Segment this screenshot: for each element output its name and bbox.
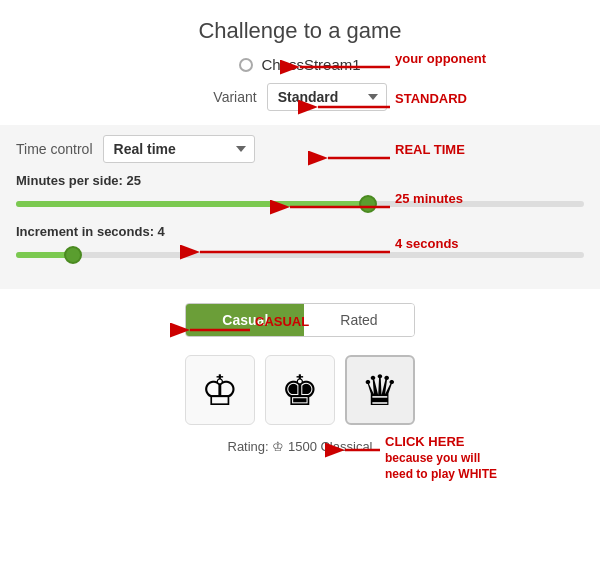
minutes-track <box>16 201 584 207</box>
variant-select[interactable]: Standard Chess960 Crazyhouse <box>267 83 387 111</box>
mode-toggle-group: Casual Rated <box>185 303 414 337</box>
increment-thumb[interactable] <box>64 246 82 264</box>
color-white-button[interactable]: ♔ <box>185 355 255 425</box>
time-control-section: Time control Real time Correspondence Un… <box>0 125 600 289</box>
random-king-icon: ♛ <box>361 366 399 415</box>
time-control-row: Time control Real time Correspondence Un… <box>16 135 584 163</box>
opponent-row: ChessStream1 <box>0 56 600 73</box>
variant-row: Variant Standard Chess960 Crazyhouse <box>0 83 600 111</box>
opponent-radio[interactable] <box>239 58 253 72</box>
mode-toggle-section: Casual Rated <box>0 303 600 337</box>
rating-icon: ♔ <box>272 439 284 454</box>
color-black-button[interactable]: ♚ <box>265 355 335 425</box>
minutes-fill <box>16 201 368 207</box>
minutes-label: Minutes per side: 25 <box>16 173 584 188</box>
color-section: ♔ ♚ ♛ <box>0 355 600 425</box>
rating-value: 1500 Classical <box>288 439 373 454</box>
time-control-label: Time control <box>16 141 93 157</box>
white-king-icon: ♔ <box>201 366 239 415</box>
increment-track <box>16 252 584 258</box>
page-title: Challenge to a game <box>0 0 600 56</box>
time-control-select[interactable]: Real time Correspondence Unlimited <box>103 135 255 163</box>
minutes-value: 25 <box>127 173 141 188</box>
variant-label: Variant <box>213 89 256 105</box>
rating-label: Rating: <box>228 439 269 454</box>
rated-button[interactable]: Rated <box>304 304 413 336</box>
black-king-icon: ♚ <box>281 366 319 415</box>
rating-row: Rating: ♔ 1500 Classical <box>0 439 600 464</box>
casual-button[interactable]: Casual <box>186 304 304 336</box>
minutes-thumb[interactable] <box>359 195 377 213</box>
increment-label: Increment in seconds: 4 <box>16 224 584 239</box>
increment-value: 4 <box>158 224 165 239</box>
opponent-name: ChessStream1 <box>261 56 360 73</box>
color-random-button[interactable]: ♛ <box>345 355 415 425</box>
svg-text:need to play WHITE: need to play WHITE <box>385 467 497 481</box>
minutes-slider[interactable] <box>16 194 584 214</box>
increment-slider[interactable] <box>16 245 584 265</box>
